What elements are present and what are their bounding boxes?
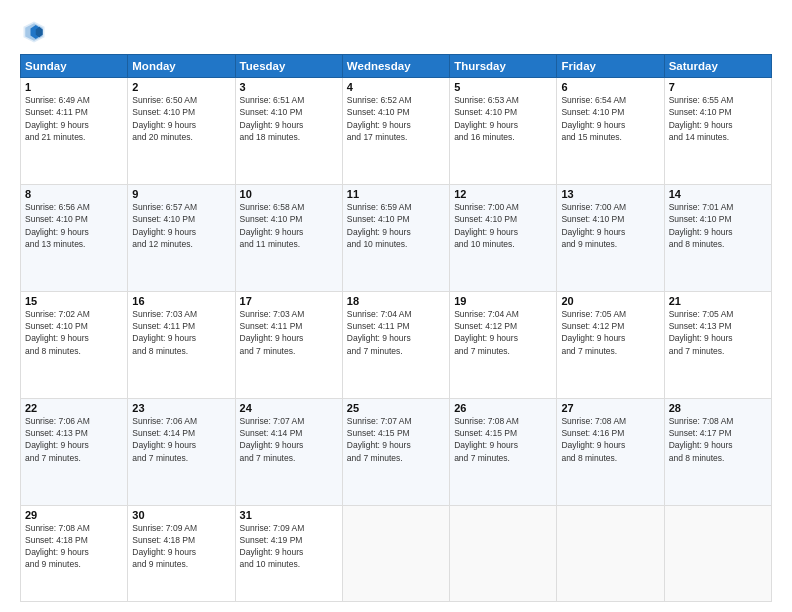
calendar-cell: 9 Sunrise: 6:57 AMSunset: 4:10 PMDayligh… — [128, 184, 235, 291]
day-number: 11 — [347, 188, 445, 200]
day-number: 18 — [347, 295, 445, 307]
calendar-cell: 23 Sunrise: 7:06 AMSunset: 4:14 PMDaylig… — [128, 398, 235, 505]
header — [20, 18, 772, 46]
calendar-cell: 25 Sunrise: 7:07 AMSunset: 4:15 PMDaylig… — [342, 398, 449, 505]
calendar-cell — [557, 505, 664, 602]
day-info: Sunrise: 7:08 AMSunset: 4:16 PMDaylight:… — [561, 416, 626, 463]
day-number: 23 — [132, 402, 230, 414]
day-number: 21 — [669, 295, 767, 307]
day-info: Sunrise: 6:59 AMSunset: 4:10 PMDaylight:… — [347, 202, 412, 249]
day-number: 7 — [669, 81, 767, 93]
day-info: Sunrise: 7:07 AMSunset: 4:14 PMDaylight:… — [240, 416, 305, 463]
calendar-cell: 20 Sunrise: 7:05 AMSunset: 4:12 PMDaylig… — [557, 291, 664, 398]
calendar-cell: 24 Sunrise: 7:07 AMSunset: 4:14 PMDaylig… — [235, 398, 342, 505]
day-info: Sunrise: 7:01 AMSunset: 4:10 PMDaylight:… — [669, 202, 734, 249]
day-info: Sunrise: 7:00 AMSunset: 4:10 PMDaylight:… — [454, 202, 519, 249]
day-of-week-header: Wednesday — [342, 55, 449, 78]
day-number: 13 — [561, 188, 659, 200]
day-info: Sunrise: 7:07 AMSunset: 4:15 PMDaylight:… — [347, 416, 412, 463]
day-number: 10 — [240, 188, 338, 200]
page: SundayMondayTuesdayWednesdayThursdayFrid… — [0, 0, 792, 612]
calendar-cell: 3 Sunrise: 6:51 AMSunset: 4:10 PMDayligh… — [235, 78, 342, 185]
day-number: 27 — [561, 402, 659, 414]
calendar-cell: 16 Sunrise: 7:03 AMSunset: 4:11 PMDaylig… — [128, 291, 235, 398]
day-info: Sunrise: 7:09 AMSunset: 4:19 PMDaylight:… — [240, 523, 305, 570]
day-info: Sunrise: 7:02 AMSunset: 4:10 PMDaylight:… — [25, 309, 90, 356]
day-info: Sunrise: 6:54 AMSunset: 4:10 PMDaylight:… — [561, 95, 626, 142]
calendar-cell: 1 Sunrise: 6:49 AMSunset: 4:11 PMDayligh… — [21, 78, 128, 185]
logo-icon — [20, 18, 48, 46]
day-number: 12 — [454, 188, 552, 200]
day-info: Sunrise: 6:50 AMSunset: 4:10 PMDaylight:… — [132, 95, 197, 142]
calendar-cell: 29 Sunrise: 7:08 AMSunset: 4:18 PMDaylig… — [21, 505, 128, 602]
calendar-cell: 30 Sunrise: 7:09 AMSunset: 4:18 PMDaylig… — [128, 505, 235, 602]
day-number: 14 — [669, 188, 767, 200]
day-info: Sunrise: 7:06 AMSunset: 4:14 PMDaylight:… — [132, 416, 197, 463]
day-info: Sunrise: 7:06 AMSunset: 4:13 PMDaylight:… — [25, 416, 90, 463]
day-info: Sunrise: 7:04 AMSunset: 4:11 PMDaylight:… — [347, 309, 412, 356]
day-info: Sunrise: 7:03 AMSunset: 4:11 PMDaylight:… — [132, 309, 197, 356]
calendar-cell: 18 Sunrise: 7:04 AMSunset: 4:11 PMDaylig… — [342, 291, 449, 398]
calendar-cell: 10 Sunrise: 6:58 AMSunset: 4:10 PMDaylig… — [235, 184, 342, 291]
day-number: 25 — [347, 402, 445, 414]
day-info: Sunrise: 7:08 AMSunset: 4:18 PMDaylight:… — [25, 523, 90, 570]
calendar-table: SundayMondayTuesdayWednesdayThursdayFrid… — [20, 54, 772, 602]
day-number: 4 — [347, 81, 445, 93]
day-info: Sunrise: 6:56 AMSunset: 4:10 PMDaylight:… — [25, 202, 90, 249]
day-info: Sunrise: 7:05 AMSunset: 4:12 PMDaylight:… — [561, 309, 626, 356]
day-number: 28 — [669, 402, 767, 414]
calendar-cell: 6 Sunrise: 6:54 AMSunset: 4:10 PMDayligh… — [557, 78, 664, 185]
calendar-cell: 8 Sunrise: 6:56 AMSunset: 4:10 PMDayligh… — [21, 184, 128, 291]
day-number: 9 — [132, 188, 230, 200]
calendar-cell: 26 Sunrise: 7:08 AMSunset: 4:15 PMDaylig… — [450, 398, 557, 505]
day-info: Sunrise: 7:08 AMSunset: 4:17 PMDaylight:… — [669, 416, 734, 463]
day-number: 8 — [25, 188, 123, 200]
calendar-cell — [342, 505, 449, 602]
day-number: 24 — [240, 402, 338, 414]
calendar-cell: 17 Sunrise: 7:03 AMSunset: 4:11 PMDaylig… — [235, 291, 342, 398]
calendar-cell: 12 Sunrise: 7:00 AMSunset: 4:10 PMDaylig… — [450, 184, 557, 291]
calendar-cell: 19 Sunrise: 7:04 AMSunset: 4:12 PMDaylig… — [450, 291, 557, 398]
calendar-cell: 2 Sunrise: 6:50 AMSunset: 4:10 PMDayligh… — [128, 78, 235, 185]
day-info: Sunrise: 6:53 AMSunset: 4:10 PMDaylight:… — [454, 95, 519, 142]
day-number: 16 — [132, 295, 230, 307]
day-info: Sunrise: 7:05 AMSunset: 4:13 PMDaylight:… — [669, 309, 734, 356]
calendar-cell: 21 Sunrise: 7:05 AMSunset: 4:13 PMDaylig… — [664, 291, 771, 398]
day-info: Sunrise: 7:00 AMSunset: 4:10 PMDaylight:… — [561, 202, 626, 249]
day-of-week-header: Saturday — [664, 55, 771, 78]
day-number: 15 — [25, 295, 123, 307]
day-number: 3 — [240, 81, 338, 93]
day-number: 5 — [454, 81, 552, 93]
day-info: Sunrise: 6:51 AMSunset: 4:10 PMDaylight:… — [240, 95, 305, 142]
calendar-cell: 15 Sunrise: 7:02 AMSunset: 4:10 PMDaylig… — [21, 291, 128, 398]
day-of-week-header: Monday — [128, 55, 235, 78]
day-info: Sunrise: 7:03 AMSunset: 4:11 PMDaylight:… — [240, 309, 305, 356]
day-info: Sunrise: 6:57 AMSunset: 4:10 PMDaylight:… — [132, 202, 197, 249]
day-number: 22 — [25, 402, 123, 414]
calendar-cell: 22 Sunrise: 7:06 AMSunset: 4:13 PMDaylig… — [21, 398, 128, 505]
day-of-week-header: Friday — [557, 55, 664, 78]
day-number: 26 — [454, 402, 552, 414]
day-of-week-header: Tuesday — [235, 55, 342, 78]
day-number: 2 — [132, 81, 230, 93]
calendar-cell: 14 Sunrise: 7:01 AMSunset: 4:10 PMDaylig… — [664, 184, 771, 291]
day-number: 1 — [25, 81, 123, 93]
calendar-cell: 13 Sunrise: 7:00 AMSunset: 4:10 PMDaylig… — [557, 184, 664, 291]
day-info: Sunrise: 7:08 AMSunset: 4:15 PMDaylight:… — [454, 416, 519, 463]
calendar-cell: 27 Sunrise: 7:08 AMSunset: 4:16 PMDaylig… — [557, 398, 664, 505]
day-info: Sunrise: 6:49 AMSunset: 4:11 PMDaylight:… — [25, 95, 90, 142]
logo — [20, 18, 52, 46]
calendar-cell: 28 Sunrise: 7:08 AMSunset: 4:17 PMDaylig… — [664, 398, 771, 505]
calendar-cell: 31 Sunrise: 7:09 AMSunset: 4:19 PMDaylig… — [235, 505, 342, 602]
day-number: 6 — [561, 81, 659, 93]
day-number: 20 — [561, 295, 659, 307]
day-number: 19 — [454, 295, 552, 307]
day-info: Sunrise: 6:52 AMSunset: 4:10 PMDaylight:… — [347, 95, 412, 142]
day-number: 31 — [240, 509, 338, 521]
day-of-week-header: Sunday — [21, 55, 128, 78]
day-info: Sunrise: 6:55 AMSunset: 4:10 PMDaylight:… — [669, 95, 734, 142]
day-number: 17 — [240, 295, 338, 307]
day-info: Sunrise: 7:09 AMSunset: 4:18 PMDaylight:… — [132, 523, 197, 570]
calendar-cell — [664, 505, 771, 602]
day-of-week-header: Thursday — [450, 55, 557, 78]
